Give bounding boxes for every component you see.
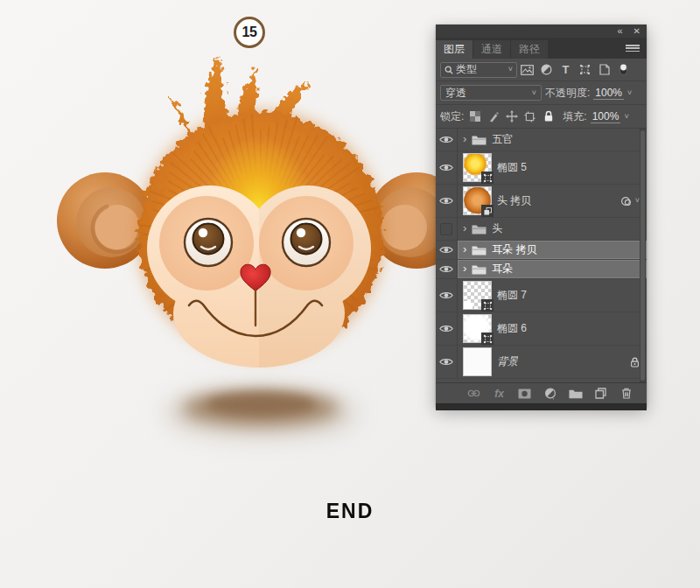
visibility-toggle[interactable] xyxy=(436,312,458,345)
chevron-down-icon: ˅ xyxy=(532,89,536,97)
step-number: 15 xyxy=(242,24,257,40)
tab-channels[interactable]: 通道 xyxy=(473,40,510,59)
shape-layer-badge-icon xyxy=(481,299,494,312)
panel-tabs: 图层 通道 路径 xyxy=(436,38,647,59)
eye-icon xyxy=(439,324,453,333)
visibility-toggle[interactable] xyxy=(436,151,458,184)
tab-paths[interactable]: 路径 xyxy=(511,40,548,59)
smart-filter-indicator[interactable]: ˅ xyxy=(620,196,640,206)
eye-icon xyxy=(439,290,453,300)
lock-label: 锁定: xyxy=(440,109,464,124)
add-layer-mask-icon[interactable] xyxy=(517,387,532,401)
layer-row-background[interactable]: 背景 xyxy=(436,346,647,379)
layer-name: 五官 xyxy=(492,132,513,147)
filter-kind-dropdown[interactable]: 类型 ˅ xyxy=(440,62,517,78)
right-eye xyxy=(283,219,330,266)
layer-row-ear-copy[interactable]: › 耳朵 拷贝 xyxy=(436,241,647,260)
smart-object-badge-icon xyxy=(481,205,494,217)
search-icon xyxy=(444,66,453,74)
lock-artboard-icon[interactable] xyxy=(522,109,537,123)
layer-thumbnail[interactable] xyxy=(463,186,492,215)
blend-mode-dropdown[interactable]: 穿透 ˅ xyxy=(440,85,542,101)
folder-icon xyxy=(472,224,486,234)
close-panel-icon[interactable]: ✕ xyxy=(634,26,640,36)
tab-layers[interactable]: 图层 xyxy=(436,40,472,59)
layer-row-head[interactable]: › 头 xyxy=(436,218,647,241)
filter-shape-layers-icon[interactable] xyxy=(576,61,594,78)
layer-row-ellipse6[interactable]: 椭圆 6 xyxy=(436,312,647,346)
eye-icon xyxy=(439,245,453,255)
lock-transparent-pixels-icon[interactable] xyxy=(467,109,482,123)
visibility-toggle[interactable] xyxy=(436,346,458,378)
filter-type-layers-icon[interactable]: T xyxy=(556,61,575,78)
group-disclosure-icon[interactable]: › xyxy=(463,263,466,274)
visibility-toggle[interactable] xyxy=(436,241,458,259)
layer-name: 耳朵 xyxy=(492,262,513,276)
eye-icon xyxy=(439,196,453,206)
panel-titlebar: « ✕ xyxy=(436,24,647,38)
layer-name: 椭圆 6 xyxy=(497,321,527,336)
filter-kind-value: 类型 xyxy=(456,62,506,77)
group-disclosure-icon[interactable]: › xyxy=(463,223,466,234)
layer-row-ear[interactable]: › 耳朵 xyxy=(436,260,647,279)
layer-thumbnail[interactable] xyxy=(463,347,492,376)
step-number-badge: 15 xyxy=(234,17,265,48)
group-disclosure-icon[interactable]: › xyxy=(463,244,466,255)
fill-label: 填充: xyxy=(563,109,586,124)
visibility-toggle[interactable] xyxy=(436,260,458,278)
filter-toggle-switch-icon[interactable] xyxy=(614,61,633,78)
visibility-toggle[interactable] xyxy=(436,279,458,312)
layer-filter-row: 类型 ˅ T xyxy=(436,59,647,81)
panel-menu-icon[interactable] xyxy=(626,45,640,53)
layer-row-ellipse7[interactable]: 椭圆 7 xyxy=(436,279,647,312)
eye-icon xyxy=(439,135,453,144)
layer-name: 椭圆 5 xyxy=(497,160,527,175)
monkey-face xyxy=(147,179,382,381)
layer-list: › 五官 椭圆 5 xyxy=(436,129,647,382)
visibility-toggle[interactable] xyxy=(436,129,458,150)
fill-value[interactable]: 100% xyxy=(591,110,621,123)
eye-icon xyxy=(439,357,453,367)
lock-all-icon[interactable] xyxy=(541,109,556,123)
lock-position-icon[interactable] xyxy=(504,109,519,123)
folder-icon xyxy=(472,135,486,145)
layer-lock-indicator xyxy=(630,356,640,368)
layer-thumbnail[interactable] xyxy=(463,153,492,182)
new-adjustment-layer-icon[interactable] xyxy=(542,387,557,401)
panel-bottom-toolbar: fx xyxy=(436,382,647,403)
blend-mode-value: 穿透 xyxy=(445,86,466,101)
link-layers-icon[interactable] xyxy=(466,387,481,401)
lock-icon xyxy=(630,356,640,368)
layer-list-scrollbar[interactable] xyxy=(640,129,646,382)
collapse-panel-icon[interactable]: « xyxy=(617,26,622,36)
folder-icon xyxy=(472,264,486,275)
layer-thumbnail[interactable] xyxy=(463,281,492,310)
layer-row-wuguan[interactable]: › 五官 xyxy=(436,129,647,151)
layer-thumbnail[interactable] xyxy=(463,314,492,343)
layer-name: 头 xyxy=(492,221,502,236)
visibility-toggle[interactable] xyxy=(436,218,458,240)
opacity-label: 不透明度: xyxy=(545,86,590,101)
layer-style-fx-icon[interactable]: fx xyxy=(492,387,507,401)
scrollbar-thumb[interactable] xyxy=(640,130,645,381)
filter-pixel-layers-icon[interactable] xyxy=(518,61,536,78)
panel-bottom-strip xyxy=(436,403,647,410)
delete-layer-icon[interactable] xyxy=(619,387,634,401)
eye-icon xyxy=(439,264,453,274)
new-layer-icon[interactable] xyxy=(593,387,608,401)
layer-name: 椭圆 7 xyxy=(497,288,527,303)
lock-image-pixels-icon[interactable] xyxy=(486,109,500,123)
filter-smart-objects-icon[interactable] xyxy=(595,61,613,78)
group-disclosure-icon[interactable]: › xyxy=(463,134,466,144)
monkey-shadow xyxy=(166,390,355,435)
filter-adjustment-layers-icon[interactable] xyxy=(537,61,556,78)
new-group-icon[interactable] xyxy=(568,387,583,401)
layer-row-head-copy[interactable]: 头 拷贝 ˅ xyxy=(436,185,647,218)
visibility-toggle[interactable] xyxy=(436,185,458,217)
opacity-chevron-icon[interactable]: ˅ xyxy=(627,89,632,97)
opacity-value[interactable]: 100% xyxy=(593,87,624,100)
layer-name: 背景 xyxy=(497,354,518,369)
fill-chevron-icon[interactable]: ˅ xyxy=(624,113,628,121)
layer-row-ellipse5[interactable]: 椭圆 5 xyxy=(436,151,647,185)
left-eye xyxy=(185,219,232,266)
